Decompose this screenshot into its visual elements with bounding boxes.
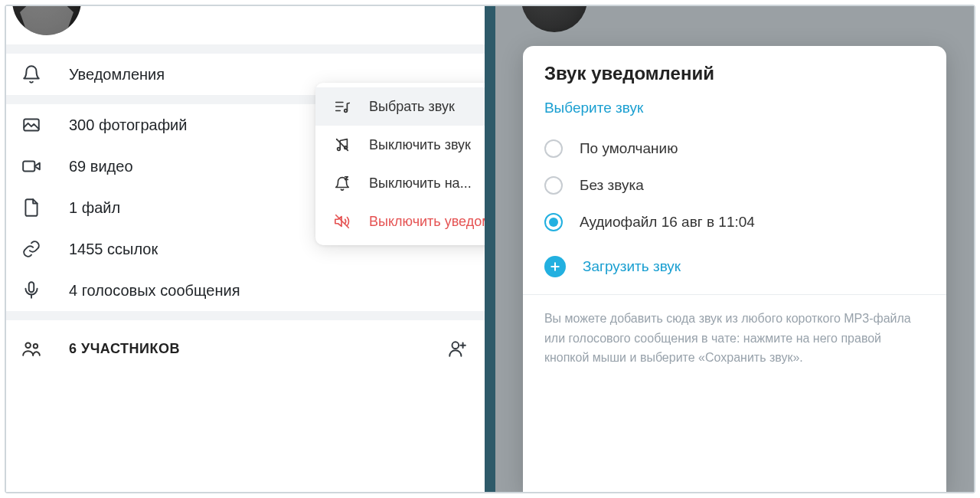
notifications-context-menu: Выбрать звук Выключить звук Выключить на… bbox=[315, 83, 485, 245]
profile-panel-left: Уведомления 300 фотографий 69 видео bbox=[6, 6, 485, 492]
menu-disable-notifications[interactable]: Выключить уведомления bbox=[315, 202, 485, 241]
members-header-row: 6 УЧАСТНИКОВ bbox=[6, 320, 485, 377]
image-icon bbox=[20, 113, 43, 136]
link-icon bbox=[20, 238, 43, 260]
upload-sound-button[interactable]: Загрузить звук bbox=[523, 241, 946, 294]
svg-point-4 bbox=[34, 344, 38, 348]
option-custom-label: Аудиофайл 16 авг в 11:04 bbox=[580, 214, 755, 231]
plus-circle-icon bbox=[544, 256, 566, 277]
svg-point-5 bbox=[452, 342, 459, 349]
modal-subtitle: Выберите звук bbox=[523, 92, 946, 130]
voice-row[interactable]: 4 голосовых сообщения bbox=[6, 270, 485, 311]
option-default-label: По умолчанию bbox=[580, 140, 678, 157]
members-icon bbox=[20, 337, 43, 360]
radio-selected-icon bbox=[544, 213, 563, 231]
file-icon bbox=[20, 196, 43, 219]
separator bbox=[6, 44, 485, 54]
avatar-dimmed bbox=[521, 6, 587, 32]
radio-unselected-icon bbox=[544, 176, 563, 195]
svg-rect-2 bbox=[29, 282, 34, 292]
add-member-button[interactable] bbox=[446, 338, 468, 359]
modal-title: Звук уведомлений bbox=[523, 46, 946, 92]
menu-choose-sound-label: Выбрать звук bbox=[369, 99, 455, 115]
photos-label: 300 фотографий bbox=[69, 116, 187, 134]
voice-label: 4 голосовых сообщения bbox=[69, 282, 240, 300]
modal-hint-text: Вы можете добавить сюда звук из любого к… bbox=[523, 294, 946, 386]
mic-icon bbox=[20, 279, 43, 302]
sound-option-silent[interactable]: Без звука bbox=[523, 167, 946, 204]
menu-disable-label: Выключить уведомления bbox=[369, 214, 485, 230]
sound-off-icon bbox=[332, 211, 352, 231]
videos-label: 69 видео bbox=[69, 158, 133, 175]
add-user-icon bbox=[446, 338, 468, 359]
sound-picker-modal: Звук уведомлений Выберите звук По умолча… bbox=[523, 46, 946, 492]
menu-mute-sound-label: Выключить звук bbox=[369, 137, 471, 153]
video-icon bbox=[20, 155, 43, 178]
mute-music-icon bbox=[332, 135, 352, 155]
menu-choose-sound[interactable]: Выбрать звук bbox=[315, 87, 485, 126]
links-label: 1455 ссылок bbox=[69, 241, 158, 258]
separator bbox=[6, 311, 485, 320]
sound-option-default[interactable]: По умолчанию bbox=[523, 130, 946, 167]
menu-mute-for-label: Выключить на... bbox=[369, 175, 472, 192]
sound-option-custom[interactable]: Аудиофайл 16 авг в 11:04 bbox=[523, 204, 946, 241]
notifications-label: Уведомления bbox=[69, 66, 165, 84]
music-list-icon bbox=[332, 97, 352, 116]
profile-panel-right: Звук уведомлений Выберите звук По умолча… bbox=[495, 6, 974, 492]
svg-rect-1 bbox=[23, 162, 34, 172]
svg-point-3 bbox=[25, 342, 31, 348]
bell-icon bbox=[20, 63, 43, 86]
bell-snooze-icon bbox=[332, 173, 352, 193]
menu-mute-for[interactable]: Выключить на... bbox=[315, 164, 485, 202]
files-label: 1 файл bbox=[69, 199, 120, 217]
members-count-label: 6 УЧАСТНИКОВ bbox=[69, 341, 180, 357]
upload-sound-label: Загрузить звук bbox=[583, 258, 681, 275]
menu-mute-sound[interactable]: Выключить звук bbox=[315, 126, 485, 164]
pane-divider bbox=[485, 6, 495, 492]
option-silent-label: Без звука bbox=[580, 177, 644, 194]
radio-unselected-icon bbox=[544, 139, 563, 158]
